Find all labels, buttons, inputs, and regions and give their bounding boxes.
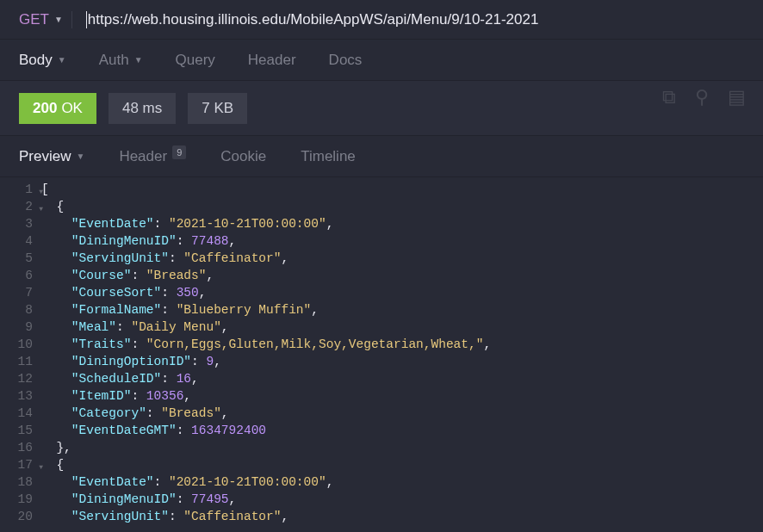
header-count-badge: 9 [172, 145, 186, 159]
code-content: "Category": "Breads", [41, 405, 229, 422]
code-line: 2▼ { [0, 198, 763, 215]
code-content: "CourseSort": 350, [41, 284, 206, 301]
tab-body[interactable]: Body ▼ [19, 52, 66, 69]
code-content: "Course": "Breads", [41, 267, 214, 284]
code-line: 1▼[ [0, 181, 763, 198]
code-content: "ScheduleID": 16, [41, 370, 199, 387]
code-line: 14 "Category": "Breads", [0, 405, 763, 422]
status-text: OK [61, 100, 83, 117]
code-content: "DiningMenuID": 77495, [41, 491, 236, 508]
code-content: "Traits": "Corn,Eggs,Gluten,Milk,Soy,Veg… [41, 336, 491, 353]
tab-query[interactable]: Query [176, 52, 215, 69]
code-content: "ItemID": 10356, [41, 387, 191, 405]
response-tabs: Preview ▼ Header 9 Cookie Timeline [0, 136, 763, 177]
request-url-row: GET ▼ [0, 0, 763, 40]
http-method-selector[interactable]: GET ▼ [19, 11, 63, 28]
request-tabs: Body ▼ Auth ▼ Query Header Docs [0, 40, 763, 81]
tab-body-label: Body [19, 52, 53, 69]
toolbar-icons-dim: ⧉ ⚲ ▤ [662, 86, 746, 108]
chevron-down-icon: ▼ [58, 55, 66, 65]
tab-preview[interactable]: Preview ▼ [19, 148, 84, 165]
status-size-chip: 7 KB [188, 93, 247, 124]
code-line: 15 "EventDateGMT": 1634792400 [0, 422, 763, 439]
line-number: 15 [0, 422, 41, 439]
line-number: 3 [0, 215, 41, 232]
line-number: 7 [0, 284, 41, 301]
status-time-chip: 48 ms [109, 93, 176, 124]
line-number: 16 [0, 439, 41, 456]
tab-docs-label: Docs [329, 52, 363, 69]
status-code: 200 [33, 100, 57, 117]
response-status-row: 200 OK 48 ms 7 KB ⧉ ⚲ ▤ [0, 81, 763, 136]
code-line: 4 "DiningMenuID": 77488, [0, 232, 763, 250]
code-content: "ServingUnit": "Caffeinator", [41, 250, 288, 267]
code-content: "DiningMenuID": 77488, [41, 232, 236, 250]
tab-preview-label: Preview [19, 148, 71, 165]
line-number: 12 [0, 370, 41, 387]
line-number: 10 [0, 336, 41, 353]
tab-timeline-label: Timeline [301, 148, 356, 165]
line-number: 1▼ [0, 181, 41, 198]
line-number: 13 [0, 387, 41, 405]
separator [71, 11, 72, 28]
search-icon[interactable]: ⚲ [695, 86, 709, 108]
code-line: 10 "Traits": "Corn,Eggs,Gluten,Milk,Soy,… [0, 336, 763, 353]
line-number: 19 [0, 491, 41, 508]
code-content: "Meal": "Daily Menu", [41, 319, 229, 336]
line-number: 17▼ [0, 456, 41, 473]
line-number: 5 [0, 250, 41, 267]
tab-header-label: Header [248, 52, 296, 69]
response-body-viewer[interactable]: 1▼[2▼ {3 "EventDate": "2021-10-21T00:00:… [0, 177, 763, 532]
line-number: 8 [0, 301, 41, 319]
code-line: 17▼ { [0, 456, 763, 473]
chevron-down-icon: ▼ [76, 152, 84, 161]
tab-header[interactable]: Header [248, 52, 296, 69]
line-number: 4 [0, 232, 41, 250]
code-content: { [41, 456, 64, 473]
save-icon[interactable]: ▤ [728, 86, 746, 108]
line-number: 2▼ [0, 198, 41, 215]
tab-auth-label: Auth [99, 52, 129, 69]
code-content: "DiningOptionID": 9, [41, 353, 221, 370]
tab-auth[interactable]: Auth ▼ [99, 52, 143, 69]
chevron-down-icon: ▼ [134, 55, 143, 65]
code-line: 6 "Course": "Breads", [0, 267, 763, 284]
chevron-down-icon: ▼ [54, 15, 63, 24]
line-number: 11 [0, 353, 41, 370]
code-line: 19 "DiningMenuID": 77495, [0, 491, 763, 508]
code-line: 5 "ServingUnit": "Caffeinator", [0, 250, 763, 267]
code-content: "EventDate": "2021-10-21T00:00:00", [41, 473, 333, 491]
code-line: 9 "Meal": "Daily Menu", [0, 319, 763, 336]
line-number: 6 [0, 267, 41, 284]
http-method-label: GET [19, 11, 49, 28]
code-line: 11 "DiningOptionID": 9, [0, 353, 763, 370]
status-code-chip: 200 OK [19, 93, 96, 124]
line-number: 14 [0, 405, 41, 422]
line-number: 9 [0, 319, 41, 336]
code-line: 20 "ServingUnit": "Caffeinator", [0, 508, 763, 525]
code-content: "ServingUnit": "Caffeinator", [41, 508, 288, 525]
tab-cookie-label: Cookie [220, 148, 266, 165]
request-url-input[interactable] [88, 11, 744, 28]
tab-timeline[interactable]: Timeline [301, 148, 356, 165]
api-client-panel: GET ▼ Body ▼ Auth ▼ Query Header Docs 20… [0, 0, 763, 532]
code-content: { [41, 198, 64, 215]
code-content: "FormalName": "Blueberry Muffin", [41, 301, 319, 319]
code-line: 18 "EventDate": "2021-10-21T00:00:00", [0, 473, 763, 491]
code-line: 3 "EventDate": "2021-10-21T00:00:00", [0, 215, 763, 232]
tab-response-header-label: Header [119, 148, 167, 165]
tab-docs[interactable]: Docs [329, 52, 363, 69]
code-line: 12 "ScheduleID": 16, [0, 370, 763, 387]
code-line: 7 "CourseSort": 350, [0, 284, 763, 301]
tab-cookie[interactable]: Cookie [220, 148, 266, 165]
code-line: 13 "ItemID": 10356, [0, 387, 763, 405]
code-line: 16 }, [0, 439, 763, 456]
copy-icon[interactable]: ⧉ [662, 86, 676, 108]
tab-response-header[interactable]: Header 9 [119, 148, 186, 165]
code-content: "EventDate": "2021-10-21T00:00:00", [41, 215, 333, 232]
code-content: }, [41, 439, 71, 456]
line-number: 20 [0, 508, 41, 525]
line-number: 18 [0, 473, 41, 491]
text-cursor [86, 11, 87, 28]
code-content: "EventDateGMT": 1634792400 [41, 422, 266, 439]
